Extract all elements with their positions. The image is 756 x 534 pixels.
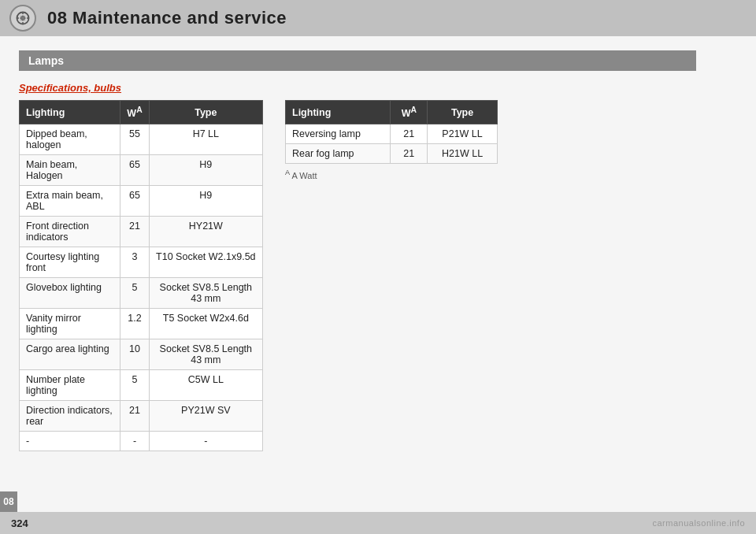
footnote: A A Watt [285,169,498,180]
cell-lighting: Front direction indicators [20,217,120,247]
table-row: Main beam, Halogen65H9 [20,155,263,186]
col2-header-lighting: Lighting [286,101,391,124]
col-header-type: Type [149,101,262,124]
cell-watts: 21 [391,144,428,164]
section-title: Lamps [19,50,696,71]
col2-header-type: Type [428,101,498,124]
second-lighting-table: Lighting WA Type Reversing lamp21P21W LL… [285,100,498,164]
cell-type: H9 [149,186,262,217]
table-row: Reversing lamp21P21W LL [286,124,498,144]
cell-type: H9 [149,155,262,186]
cell-lighting: Cargo area lighting [20,339,120,370]
cell-watts: 21 [391,124,428,144]
cell-watts: 21 [120,401,149,432]
cell-watts: 65 [120,186,149,217]
cell-lighting: Glovebox lighting [20,278,120,309]
watermark: carmanualsonline.info [652,518,745,528]
bottom-bar: 324 carmanualsonline.info [0,512,756,534]
cell-type: P21W LL [428,124,498,144]
spec-heading: Specifications, bulbs [19,82,737,94]
table-row: --- [20,432,263,451]
header-icon [9,5,36,32]
table-row: Extra main beam, ABL65H9 [20,186,263,217]
cell-watts: 65 [120,155,149,186]
cell-lighting: Dipped beam, halogen [20,124,120,155]
cell-watts: 10 [120,339,149,370]
col2-header-watts: WA [391,101,428,124]
cell-type: H7 LL [149,124,262,155]
cell-type: Socket SV8.5 Length 43 mm [149,339,262,370]
cell-type: C5W LL [149,370,262,401]
cell-lighting: Direction indicators, rear [20,401,120,432]
table-row: Number plate lighting5C5W LL [20,370,263,401]
cell-lighting: Rear fog lamp [286,144,391,164]
table-row: Dipped beam, halogen55H7 LL [20,124,263,155]
table-row: Vanity mirror lighting1.2T5 Socket W2x4.… [20,309,263,339]
cell-lighting: - [20,432,120,451]
cell-lighting: Number plate lighting [20,370,120,401]
cell-watts: 1.2 [120,309,149,339]
cell-lighting: Reversing lamp [286,124,391,144]
cell-lighting: Vanity mirror lighting [20,309,120,339]
cell-watts: - [120,432,149,451]
cell-type: - [149,432,262,451]
cell-lighting: Courtesy lighting front [20,247,120,278]
table-row: Glovebox lighting5Socket SV8.5 Length 43… [20,278,263,309]
cell-watts: 3 [120,247,149,278]
cell-type: T5 Socket W2x4.6d [149,309,262,339]
header-bar: 08 Maintenance and service [0,0,756,36]
second-table-container: Lighting WA Type Reversing lamp21P21W LL… [285,100,498,180]
cell-lighting: Extra main beam, ABL [20,186,120,217]
col-header-lighting: Lighting [20,101,120,124]
tables-container: Lighting WA Type Dipped beam, halogen55H… [19,100,737,451]
main-lighting-table: Lighting WA Type Dipped beam, halogen55H… [19,100,263,451]
col-header-watts: WA [120,101,149,124]
cell-watts: 21 [120,217,149,247]
page-title: 08 Maintenance and service [47,8,287,28]
cell-type: HY21W [149,217,262,247]
table-row: Rear fog lamp21H21W LL [286,144,498,164]
cell-watts: 5 [120,370,149,401]
page-number: 324 [11,517,28,529]
chapter-tab: 08 [0,491,17,512]
cell-watts: 5 [120,278,149,309]
main-content: Lamps Specifications, bulbs Lighting WA … [0,36,756,512]
cell-type: Socket SV8.5 Length 43 mm [149,278,262,309]
cell-lighting: Main beam, Halogen [20,155,120,186]
svg-point-1 [21,17,25,20]
table-row: Direction indicators, rear21PY21W SV [20,401,263,432]
cell-type: H21W LL [428,144,498,164]
cell-watts: 55 [120,124,149,155]
table-row: Courtesy lighting front3T10 Socket W2.1x… [20,247,263,278]
table-row: Cargo area lighting10Socket SV8.5 Length… [20,339,263,370]
table-row: Front direction indicators21HY21W [20,217,263,247]
cell-type: PY21W SV [149,401,262,432]
cell-type: T10 Socket W2.1x9.5d [149,247,262,278]
